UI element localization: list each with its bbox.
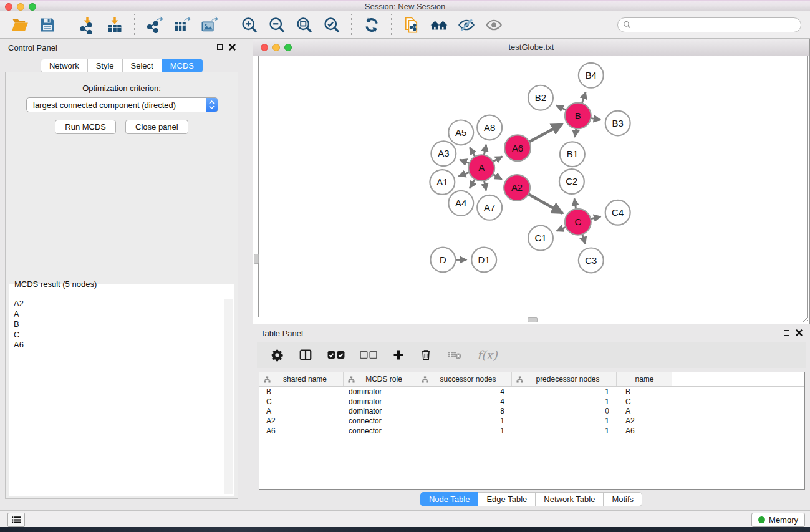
mcds-result-item[interactable]: A6	[12, 340, 223, 351]
table-cell[interactable]: dominator	[344, 407, 417, 415]
graph-edge-B-B3[interactable]	[591, 118, 600, 120]
table-cell[interactable]: 0	[512, 407, 617, 415]
graph-edge-B-B2[interactable]	[556, 105, 566, 110]
table-cell[interactable]: 1	[512, 427, 617, 435]
graph-edge-A-A4[interactable]	[470, 179, 475, 188]
export-table-icon[interactable]	[171, 16, 193, 34]
tab-edge-table[interactable]: Edge Table	[478, 492, 536, 506]
search-input[interactable]	[634, 19, 796, 30]
zoom-fit-icon[interactable]	[294, 16, 315, 34]
tab-motifs[interactable]: Motifs	[604, 492, 642, 506]
horizontal-scrollbar-thumb[interactable]	[528, 317, 538, 322]
import-network-icon[interactable]	[77, 16, 98, 34]
table-cell[interactable]: A	[617, 407, 672, 415]
refresh-layout-icon[interactable]	[361, 16, 382, 34]
table-cell[interactable]: A6	[259, 427, 344, 435]
tab-node-table[interactable]: Node Table	[420, 492, 479, 506]
table-row[interactable]: Bdominator41B	[259, 387, 804, 397]
mcds-result-item[interactable]: A2	[12, 299, 223, 309]
table-row[interactable]: A2connector11A2	[259, 416, 804, 426]
task-list-button[interactable]	[7, 513, 25, 527]
graph-edge-C-C1[interactable]	[557, 227, 566, 231]
table-cell[interactable]: 1	[512, 417, 617, 425]
save-session-icon[interactable]	[37, 16, 58, 34]
network-canvas[interactable]: B4B2BB3A8A5A6A3B1AC2A1A2A4A7C4CC1C3DD1	[258, 56, 808, 317]
close-panel-button[interactable]: Close panel	[125, 120, 188, 134]
table-cell[interactable]: C	[259, 397, 344, 406]
zoom-in-icon[interactable]	[239, 16, 260, 34]
graph-edge-C-C4[interactable]	[591, 216, 600, 219]
show-graphics-details-icon[interactable]	[483, 16, 504, 34]
settings-gear-icon[interactable]	[271, 349, 284, 362]
zoom-selected-icon[interactable]	[321, 16, 342, 34]
mcds-list-scrollbar[interactable]	[224, 299, 233, 494]
close-panel-icon[interactable]	[229, 44, 236, 51]
mcds-result-item[interactable]: C	[12, 330, 223, 341]
table-cell[interactable]: C	[617, 397, 672, 406]
vertical-scrollbar-thumb[interactable]	[254, 254, 259, 264]
table-cell[interactable]: connector	[344, 417, 417, 425]
home-views-icon[interactable]	[428, 16, 450, 34]
criterion-dropdown[interactable]: largest connected component (directed)	[26, 97, 218, 112]
table-cell[interactable]: B	[259, 387, 344, 396]
table-cell[interactable]: dominator	[344, 387, 417, 396]
table-cell[interactable]: 1	[417, 417, 512, 425]
table-cell[interactable]: 4	[417, 397, 512, 406]
table-cell[interactable]: A6	[617, 427, 672, 435]
export-network-icon[interactable]	[144, 16, 165, 34]
tab-network-table[interactable]: Network Table	[536, 492, 604, 506]
clone-network-icon[interactable]	[401, 16, 422, 34]
table-cell[interactable]: 8	[417, 407, 512, 415]
graph-edge-A-A8[interactable]	[484, 145, 486, 155]
close-table-panel-icon[interactable]	[796, 329, 803, 336]
memory-button[interactable]: Memory	[751, 513, 805, 527]
table-row[interactable]: Adominator80A	[259, 407, 804, 417]
mcds-result-item[interactable]: B	[12, 319, 223, 330]
table-cell[interactable]: 1	[512, 387, 617, 396]
table-cell[interactable]: connector	[344, 427, 417, 435]
split-table-view-icon[interactable]	[299, 348, 312, 362]
graph-edge-A-A7[interactable]	[484, 181, 486, 191]
graph-edge-A-A3[interactable]	[460, 160, 469, 163]
table-cell[interactable]: 1	[417, 427, 512, 435]
graph-edge-A6-B[interactable]	[529, 124, 563, 142]
graph-edge-C-C3[interactable]	[582, 235, 586, 244]
graph-edge-B-B4[interactable]	[582, 92, 586, 103]
table-row[interactable]: Cdominator41C	[259, 397, 804, 407]
hide-graphics-details-icon[interactable]	[456, 16, 477, 34]
tab-mcds[interactable]: MCDS	[162, 59, 203, 73]
table-row[interactable]: A6connector11A6	[259, 426, 804, 436]
float-table-panel-icon[interactable]	[784, 330, 789, 336]
tab-style[interactable]: Style	[88, 59, 123, 73]
graph-edge-A-A2[interactable]	[493, 174, 501, 179]
zoom-out-icon[interactable]	[266, 16, 287, 34]
deselect-all-checkboxes-icon[interactable]	[360, 351, 377, 359]
column-header-successor-nodes[interactable]: successor nodes	[417, 372, 512, 386]
tab-network[interactable]: Network	[41, 59, 88, 73]
network-window-titlebar[interactable]: testGlobe.txt	[253, 39, 809, 56]
table-cell[interactable]: A2	[617, 417, 672, 425]
table-cell[interactable]: 1	[512, 397, 617, 406]
select-all-checkboxes-icon[interactable]	[327, 351, 345, 359]
delete-column-icon[interactable]	[420, 348, 432, 362]
graph-edge-A-A6[interactable]	[493, 157, 503, 162]
table-cell[interactable]: 4	[417, 387, 512, 396]
table-cell[interactable]: B	[617, 387, 672, 396]
open-session-icon[interactable]	[9, 16, 31, 34]
search-field[interactable]	[617, 17, 801, 32]
graph-edge-B-B1[interactable]	[575, 128, 576, 137]
graph-edge-A2-C[interactable]	[528, 194, 562, 213]
run-mcds-button[interactable]: Run MCDS	[55, 120, 116, 134]
table-cell[interactable]: A	[259, 407, 344, 415]
add-column-icon[interactable]	[392, 349, 405, 361]
table-cell[interactable]: dominator	[344, 397, 417, 406]
resize-grip-icon[interactable]	[801, 316, 809, 323]
import-table-icon[interactable]	[104, 16, 125, 34]
graph-edge-A-A5[interactable]	[470, 148, 475, 157]
tab-select[interactable]: Select	[123, 59, 162, 73]
float-panel-icon[interactable]	[217, 44, 223, 50]
graph-edge-C-C2[interactable]	[574, 199, 576, 209]
export-image-icon[interactable]	[199, 16, 220, 34]
column-header-shared-name[interactable]: shared name	[259, 372, 344, 386]
column-header-predecessor-nodes[interactable]: predecessor nodes	[512, 372, 617, 386]
